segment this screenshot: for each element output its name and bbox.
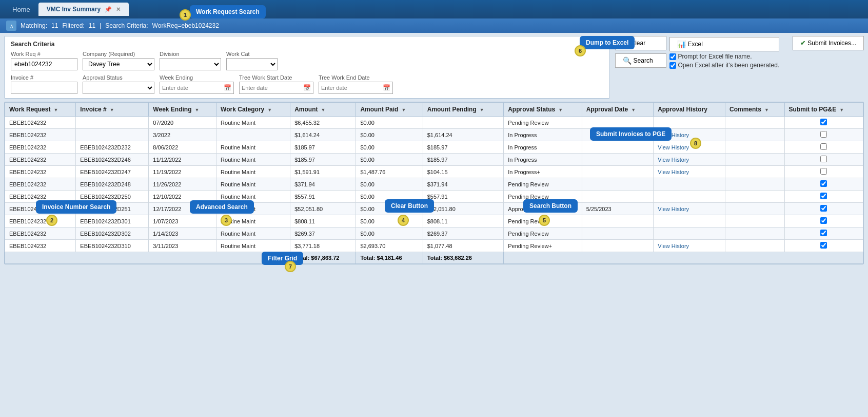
invoice-input[interactable]: [11, 82, 77, 94]
tree-work-end-input[interactable]: [319, 82, 381, 93]
col-invoice: Invoice # ▼: [76, 103, 149, 117]
submit-checkbox[interactable]: [820, 180, 827, 187]
open-excel-option[interactable]: Open Excel after it's been generated.: [669, 62, 780, 69]
table-cell: [582, 228, 653, 240]
work-request-filter-icon[interactable]: ▼: [54, 107, 58, 112]
prompt-excel-label: Prompt for Excel file name.: [678, 53, 752, 60]
table-cell: EBEB1024232: [5, 154, 76, 166]
table-cell: $557.91: [290, 191, 356, 203]
table-cell: [76, 117, 149, 129]
table-cell: $2,693.70: [356, 240, 423, 252]
table-cell: 12/10/2022: [149, 191, 216, 203]
table-cell: [654, 191, 725, 203]
table-body: EBEB102423207/2020Routine Maint$6,455.32…: [5, 117, 863, 252]
tree-work-start-input[interactable]: [240, 82, 301, 93]
table-cell: [423, 117, 503, 129]
badge-6: 6: [575, 45, 586, 56]
submit-checkbox[interactable]: [820, 131, 827, 138]
collapse-button[interactable]: ∧: [6, 21, 16, 31]
submit-checkbox[interactable]: [820, 217, 827, 224]
table-cell: 11/26/2022: [149, 178, 216, 191]
approval-date-filter-icon[interactable]: ▼: [631, 107, 636, 112]
col-work-category: Work Category ▼: [216, 103, 290, 117]
view-history-button[interactable]: View History: [658, 144, 689, 150]
table-cell: Pending Review: [504, 228, 582, 240]
home-tab[interactable]: Home: [4, 3, 38, 16]
table-cell: $808.11: [423, 215, 503, 228]
work-cat-select[interactable]: [226, 58, 278, 70]
open-excel-label: Open Excel after it's been generated.: [678, 62, 780, 69]
clear-button[interactable]: ✖ Clear: [615, 36, 666, 50]
submit-filter-icon[interactable]: ▼: [839, 107, 844, 112]
work-req-input[interactable]: [11, 58, 77, 70]
tree-work-end-calendar-icon[interactable]: 📅: [381, 83, 392, 92]
submit-invoices-button[interactable]: ✔ Submit Invoices...: [793, 36, 864, 50]
table-cell: Routine Maint: [216, 191, 290, 203]
footer-empty-2: [504, 252, 863, 264]
table-cell: EBEB1024232: [5, 191, 76, 203]
table-cell: $0.00: [356, 129, 423, 141]
close-icon[interactable]: ✕: [116, 6, 121, 13]
view-history-button[interactable]: View History: [658, 169, 689, 175]
submit-checkbox[interactable]: [820, 205, 827, 212]
col-amount-paid: Amount Paid ▼: [356, 103, 423, 117]
table-cell: EBEB1024232: [5, 215, 76, 228]
amount-pending-filter-icon[interactable]: ▼: [480, 107, 484, 112]
view-history-button[interactable]: View History: [658, 206, 689, 212]
table-cell: EBEB1024232D251: [76, 203, 149, 215]
approval-status-filter-icon[interactable]: ▼: [558, 107, 563, 112]
company-label: Company (Required): [83, 51, 154, 57]
week-ending-calendar-icon[interactable]: 📅: [222, 83, 233, 92]
work-cat-field: Work Cat: [226, 51, 278, 70]
table-cell: [784, 191, 863, 203]
view-history-button[interactable]: View History: [658, 132, 689, 138]
submit-checkbox[interactable]: [820, 119, 827, 125]
week-ending-input[interactable]: [160, 82, 222, 93]
table-cell: $6,455.32: [290, 117, 356, 129]
division-select[interactable]: [160, 58, 221, 70]
open-excel-checkbox[interactable]: [669, 62, 676, 69]
submit-checkbox[interactable]: [820, 156, 827, 162]
submit-checkbox[interactable]: [820, 143, 827, 150]
week-ending-filter-icon[interactable]: ▼: [195, 107, 200, 112]
prompt-excel-option[interactable]: Prompt for Excel file name.: [669, 53, 780, 60]
table-cell: In Progress+: [504, 166, 582, 178]
table-cell: [582, 215, 653, 228]
table-cell: $185.97: [290, 154, 356, 166]
table-cell: [725, 178, 784, 191]
table-cell: [725, 240, 784, 252]
table-cell: $557.91: [423, 191, 503, 203]
view-history-button[interactable]: View History: [658, 243, 689, 249]
prompt-excel-checkbox[interactable]: [669, 53, 676, 60]
excel-icon: 📊: [677, 40, 686, 48]
company-select[interactable]: Davey Tree: [83, 58, 154, 70]
table-cell: $371.94: [290, 178, 356, 191]
approval-status-select[interactable]: [83, 82, 154, 94]
comments-filter-icon[interactable]: ▼: [764, 107, 769, 112]
table-cell: Pending Review+: [504, 240, 582, 252]
table-cell: EBEB1024232: [5, 240, 76, 252]
excel-button[interactable]: 📊 Excel: [669, 37, 780, 51]
tree-work-start-calendar-icon[interactable]: 📅: [301, 83, 313, 92]
pin-icon[interactable]: 📌: [105, 6, 112, 13]
table-cell: 8/06/2022: [149, 141, 216, 154]
table-cell: 3/2022: [149, 129, 216, 141]
view-history-button[interactable]: View History: [658, 157, 689, 163]
table-cell: Pending Review: [504, 178, 582, 191]
amount-filter-icon[interactable]: ▼: [321, 107, 326, 112]
invoice-filter-icon[interactable]: ▼: [110, 107, 114, 112]
table-cell: $52,051.80: [290, 203, 356, 215]
col-amount: Amount ▼: [290, 103, 356, 117]
submit-checkbox[interactable]: [820, 230, 827, 236]
search-criteria-label: Search Criteria:: [105, 22, 148, 29]
active-tab[interactable]: VMC Inv Summary 📌 ✕: [38, 3, 129, 16]
work-cat-filter-icon[interactable]: ▼: [267, 107, 272, 112]
table-cell: [654, 178, 725, 191]
search-button[interactable]: 🔍 Search: [615, 53, 666, 68]
submit-checkbox[interactable]: [820, 168, 827, 175]
table-cell: [654, 117, 725, 129]
submit-checkbox[interactable]: [820, 193, 827, 199]
table-cell: 1/07/2023: [149, 215, 216, 228]
submit-checkbox[interactable]: [820, 242, 827, 249]
amount-paid-filter-icon[interactable]: ▼: [401, 107, 406, 112]
